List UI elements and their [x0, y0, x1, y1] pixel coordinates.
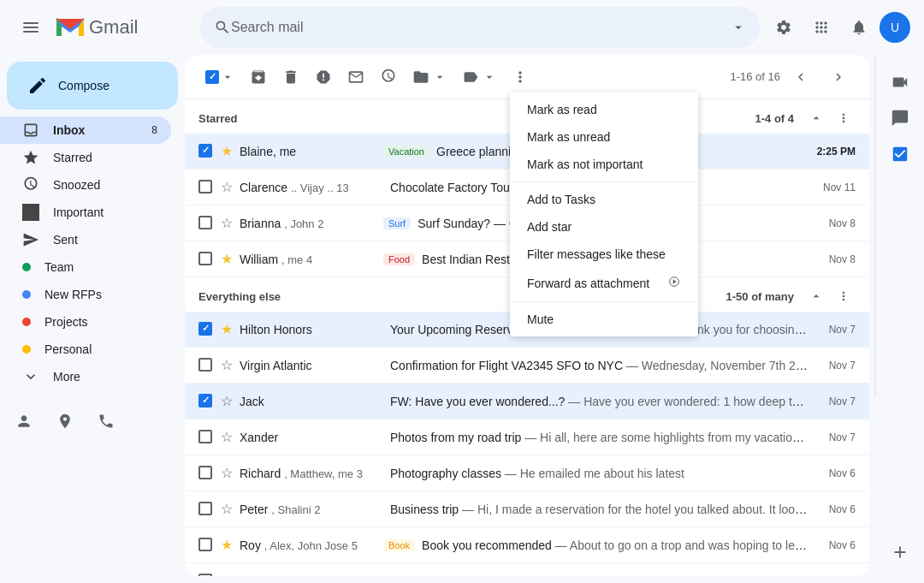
table-row[interactable]: ☆ Mizra , Paul, Asher 5 Oops… need to re… [185, 563, 869, 576]
sidebar-item-important[interactable]: Important [0, 199, 171, 226]
menu-item-forward-attachment[interactable]: Forward as attachment [510, 268, 698, 298]
sidebar-more-label: More [53, 370, 157, 384]
prev-page-button[interactable] [784, 60, 818, 94]
star-10[interactable]: ☆ [221, 501, 233, 517]
section-collapse-starred[interactable] [804, 106, 828, 130]
star-12[interactable]: ☆ [221, 573, 233, 576]
directory-icon[interactable] [48, 404, 82, 438]
compose-button[interactable]: Compose [7, 62, 178, 110]
menu-item-mark-unread[interactable]: Mark as unread [510, 123, 698, 151]
subject-6: Confirmation for Flight VA2345 SFO to NY… [390, 359, 808, 372]
checkbox-11[interactable] [198, 538, 214, 553]
menu-icon[interactable] [14, 10, 48, 45]
checkbox-8[interactable] [198, 430, 214, 445]
tags-11: Book [383, 539, 415, 551]
table-row[interactable]: ☆ Virgin Atlantic Confirmation for Fligh… [185, 348, 869, 384]
search-bar[interactable] [200, 7, 760, 48]
mark-as-read-button[interactable] [341, 62, 371, 92]
checkbox-2[interactable] [198, 180, 214, 195]
star-6[interactable]: ☆ [221, 357, 233, 373]
user-avatar[interactable]: U [880, 12, 910, 43]
checkbox-12[interactable] [198, 574, 214, 577]
sidebar-sent-label: Sent [53, 233, 157, 247]
add-right-icon[interactable] [883, 535, 917, 569]
sender-6: Virgin Atlantic [240, 359, 376, 372]
section-collapse-else[interactable] [804, 284, 828, 308]
menu-item-mute[interactable]: Mute [510, 306, 698, 333]
table-row[interactable]: ✓ ☆ Jack FW: Have you ever wondered...? … [185, 384, 869, 419]
table-row[interactable]: ☆ Richard , Matthew, me 3 Photography cl… [185, 455, 869, 491]
menu-item-add-tasks[interactable]: Add to Tasks [510, 186, 698, 213]
star-9[interactable]: ☆ [221, 465, 233, 481]
next-page-button[interactable] [821, 60, 856, 94]
section-more-else[interactable] [832, 284, 856, 308]
apps-button[interactable] [804, 10, 838, 45]
sidebar-item-starred[interactable]: Starred [0, 144, 171, 171]
sender-11: Roy , Alex, John Jose 5 [240, 538, 376, 552]
snooze-button[interactable] [373, 62, 404, 92]
team-dot [22, 263, 31, 271]
else-count: 1-50 of many [726, 290, 794, 303]
sidebar-item-team[interactable]: Team [0, 253, 171, 281]
table-row[interactable]: ☆ Xander Photos from my road trip — Hi a… [185, 419, 869, 455]
checkbox-7[interactable]: ✓ [198, 394, 214, 409]
archive-button[interactable] [243, 62, 274, 92]
checkbox-4[interactable] [198, 252, 214, 267]
sidebar-item-personal[interactable]: Personal [0, 336, 171, 363]
sidebar-bottom [0, 390, 185, 452]
checkbox-3[interactable] [198, 216, 214, 231]
chat-icon[interactable] [883, 101, 917, 135]
menu-item-mark-not-important[interactable]: Mark as not important [510, 151, 698, 178]
star-7[interactable]: ☆ [221, 393, 233, 409]
sidebar-item-more[interactable]: More [0, 363, 171, 390]
projects-dot [22, 318, 31, 326]
date-6: Nov 7 [814, 360, 856, 372]
star-2[interactable]: ☆ [221, 179, 233, 195]
label-button[interactable] [455, 62, 503, 92]
menu-item-filter[interactable]: Filter messages like these [510, 241, 698, 268]
sidebar-item-snoozed[interactable]: Snoozed [0, 171, 171, 199]
table-row[interactable]: ★ Roy , Alex, John Jose 5 Book Book you … [185, 527, 869, 563]
menu-item-add-star[interactable]: Add star [510, 213, 698, 241]
checkbox-5[interactable]: ✓ [198, 322, 214, 337]
rfps-dot [22, 290, 31, 299]
checkbox-9[interactable] [198, 466, 214, 481]
settings-button[interactable] [767, 10, 801, 45]
tags-4: Food [383, 253, 415, 265]
star-3[interactable]: ☆ [221, 215, 233, 231]
move-to-button[interactable] [406, 62, 453, 92]
sidebar-item-sent[interactable]: Sent [0, 226, 171, 253]
menu-item-mark-read[interactable]: Mark as read [510, 96, 698, 123]
sidebar-item-projects[interactable]: Projects [0, 308, 171, 336]
sidebar-snoozed-label: Snoozed [53, 178, 157, 192]
section-controls-else: 1-50 of many [726, 284, 856, 308]
notifications-button[interactable] [842, 10, 876, 45]
sidebar-item-inbox[interactable]: Inbox 8 [0, 116, 171, 144]
gmail-logo: Gmail [55, 15, 138, 39]
personal-dot [22, 345, 31, 354]
phone-icon[interactable] [89, 404, 123, 438]
star-4[interactable]: ★ [221, 251, 233, 267]
sidebar-item-new-rfps[interactable]: New RFPs [0, 281, 171, 308]
checkbox-1[interactable]: ✓ [198, 144, 214, 159]
checkbox-6[interactable] [198, 358, 214, 373]
contacts-icon[interactable] [7, 404, 41, 438]
tasks-icon[interactable] [883, 137, 917, 171]
report-spam-button[interactable] [308, 62, 339, 92]
section-more-starred[interactable] [832, 106, 856, 130]
search-input[interactable] [231, 20, 731, 35]
toolbar: ✓ [185, 55, 869, 99]
star-5[interactable]: ★ [221, 321, 233, 337]
date-4: Nov 8 [814, 253, 856, 265]
star-8[interactable]: ☆ [221, 429, 233, 445]
meet-icon[interactable] [883, 65, 917, 99]
compose-label: Compose [58, 79, 110, 92]
checkbox-10[interactable] [198, 502, 214, 517]
more-actions-button[interactable] [505, 62, 536, 92]
select-all-button[interactable]: ✓ [198, 63, 241, 91]
star-11[interactable]: ★ [221, 537, 233, 553]
star-1[interactable]: ★ [221, 143, 233, 159]
delete-button[interactable] [275, 62, 306, 92]
table-row[interactable]: ☆ Peter , Shalini 2 Business trip — Hi, … [185, 491, 869, 527]
search-dropdown-icon[interactable] [731, 20, 746, 35]
